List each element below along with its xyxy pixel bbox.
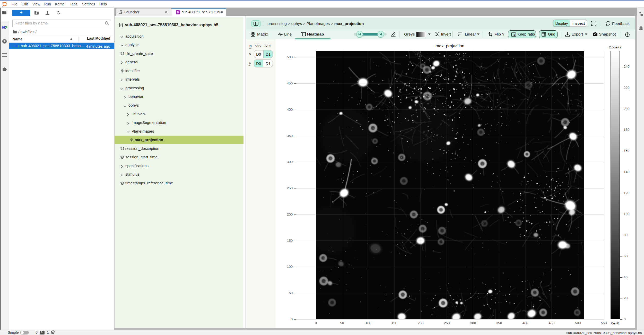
svg-text:H: H <box>2 25 4 29</box>
svg-text:F: F <box>5 25 7 29</box>
svg-text:H: H <box>15 44 17 48</box>
svg-text:?: ? <box>626 33 628 36</box>
svg-text:F: F <box>18 44 20 48</box>
